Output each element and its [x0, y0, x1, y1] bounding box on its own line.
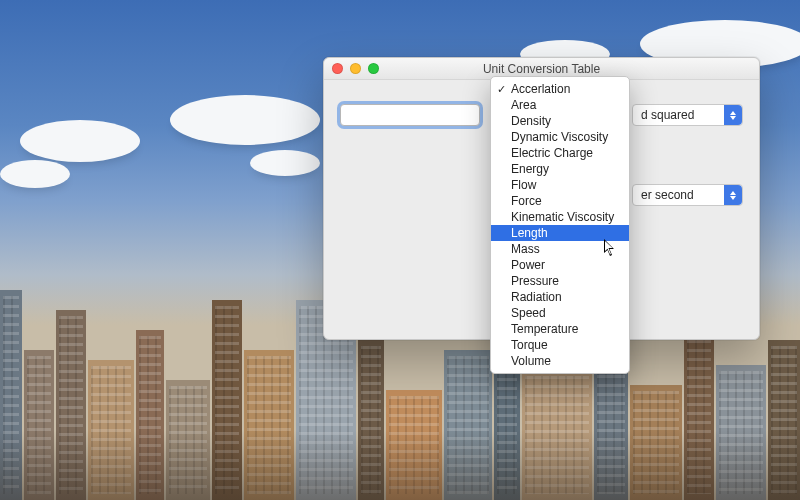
window-title: Unit Conversion Table	[324, 62, 759, 76]
category-item-kinematic-viscosity[interactable]: Kinematic Viscosity	[491, 209, 629, 225]
category-item-power[interactable]: Power	[491, 257, 629, 273]
category-item-length[interactable]: Length	[491, 225, 629, 241]
window-body: d squared er second AccerlationAreaDensi…	[324, 80, 759, 224]
category-item-flow[interactable]: Flow	[491, 177, 629, 193]
category-item-speed[interactable]: Speed	[491, 305, 629, 321]
category-item-temperature[interactable]: Temperature	[491, 321, 629, 337]
category-item-dynamic-viscosity[interactable]: Dynamic Viscosity	[491, 129, 629, 145]
category-item-density[interactable]: Density	[491, 113, 629, 129]
category-item-force[interactable]: Force	[491, 193, 629, 209]
chevron-updown-icon[interactable]	[724, 105, 742, 125]
chevron-updown-icon[interactable]	[724, 185, 742, 205]
category-item-volume[interactable]: Volume	[491, 353, 629, 369]
from-unit-value: d squared	[641, 108, 694, 122]
category-item-accerlation[interactable]: Accerlation	[491, 81, 629, 97]
to-unit-value: er second	[641, 188, 694, 202]
category-item-pressure[interactable]: Pressure	[491, 273, 629, 289]
from-value-input[interactable]	[340, 104, 480, 126]
to-unit-select[interactable]: er second	[632, 184, 743, 206]
category-item-radiation[interactable]: Radiation	[491, 289, 629, 305]
category-item-electric-charge[interactable]: Electric Charge	[491, 145, 629, 161]
category-item-area[interactable]: Area	[491, 97, 629, 113]
category-item-mass[interactable]: Mass	[491, 241, 629, 257]
category-item-energy[interactable]: Energy	[491, 161, 629, 177]
category-dropdown-menu[interactable]: AccerlationAreaDensityDynamic ViscosityE…	[490, 76, 630, 374]
category-item-torque[interactable]: Torque	[491, 337, 629, 353]
from-unit-select[interactable]: d squared	[632, 104, 743, 126]
app-window[interactable]: Unit Conversion Table d squared er secon…	[323, 57, 760, 340]
